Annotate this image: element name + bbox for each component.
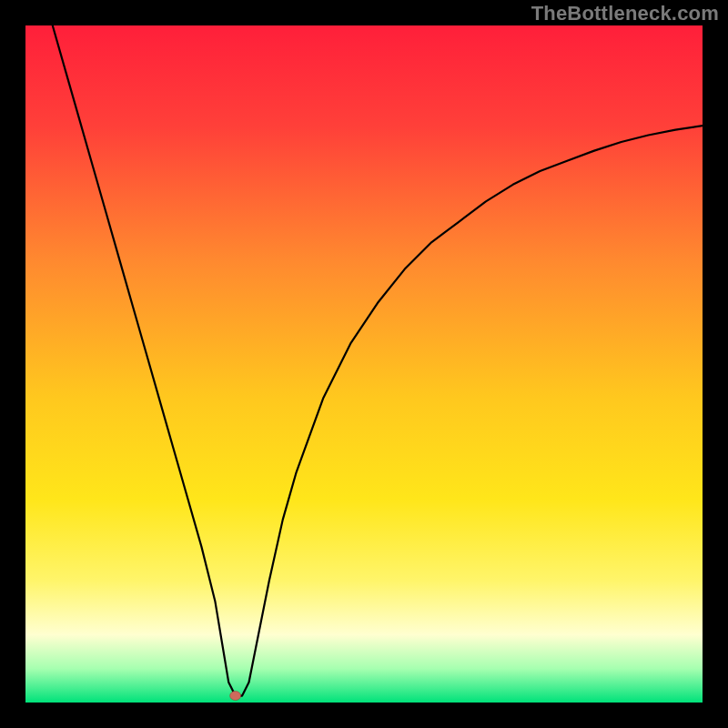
chart-frame: TheBottleneck.com	[0, 0, 728, 728]
plot-area	[25, 25, 703, 703]
optimal-marker	[230, 692, 241, 701]
watermark-text: TheBottleneck.com	[531, 2, 719, 25]
chart-svg	[25, 25, 703, 703]
gradient-background	[25, 25, 703, 703]
